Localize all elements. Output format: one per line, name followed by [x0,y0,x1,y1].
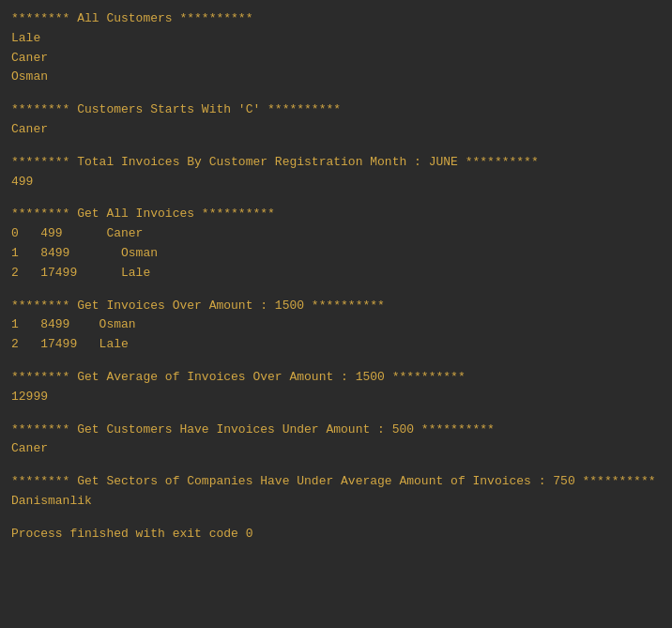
section-value: 499 [11,173,661,192]
section-value: Caner [11,49,661,69]
terminal-output: ******** All Customers **********LaleCan… [11,9,661,544]
section-value: Danismanlik [11,492,661,512]
blank-line [11,191,661,205]
section-value: 12999 [11,388,661,407]
section-value: Caner [11,120,661,140]
section-value: Lale [11,29,661,49]
blank-line [11,459,661,472]
section-value: 0 499 Caner [11,224,661,244]
section-header: ******** Customers Starts With 'C' *****… [11,100,661,120]
section-value: Caner [11,439,661,459]
section-header: ******** Get Customers Have Invoices Und… [11,421,661,440]
blank-line [11,355,661,368]
section-value: 1 8499 Osman [11,315,661,335]
exit-line: Process finished with exit code 0 [11,525,661,544]
blank-line [11,87,661,100]
blank-line [11,407,661,421]
blank-line [11,283,661,297]
section-header: ******** Get Invoices Over Amount : 1500… [11,297,661,316]
section-value: Osman [11,68,661,87]
section-header: ******** Total Invoices By Customer Regi… [11,153,661,173]
section-header: ******** Get All Invoices ********** [11,205,661,224]
section-value: 1 8499 Osman [11,244,661,264]
blank-line [11,512,661,525]
section-header: ******** Get Average of Invoices Over Am… [11,368,661,388]
section-header: ******** Get Sectors of Companies Have U… [11,472,661,492]
section-value: 2 17499 Lale [11,264,661,283]
section-value: 2 17499 Lale [11,335,661,355]
section-header: ******** All Customers ********** [11,9,661,29]
blank-line [11,140,661,153]
